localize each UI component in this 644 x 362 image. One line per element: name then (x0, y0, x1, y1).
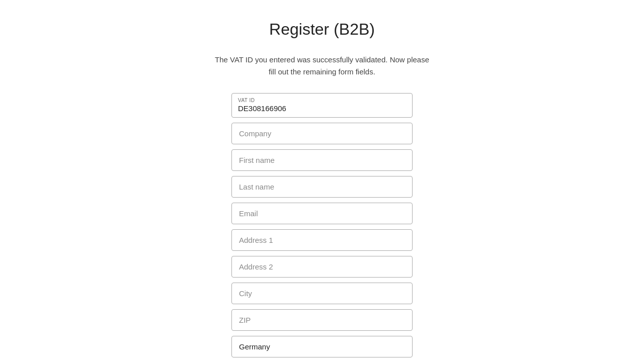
vat-label: VAT ID (238, 98, 406, 103)
company-input[interactable] (231, 123, 413, 144)
first-name-input[interactable] (231, 149, 413, 171)
registration-form: VAT ID DE308166906 (231, 93, 413, 362)
vat-value: DE308166906 (238, 104, 286, 113)
zip-input[interactable] (231, 309, 413, 331)
subtitle: The VAT ID you entered was successfully … (215, 54, 429, 78)
vat-field: VAT ID DE308166906 (231, 93, 413, 118)
country-input[interactable] (231, 336, 413, 357)
email-input[interactable] (231, 203, 413, 224)
city-input[interactable] (231, 283, 413, 304)
page-title: Register (B2B) (269, 20, 375, 39)
page-container: Register (B2B) The VAT ID you entered wa… (0, 0, 644, 362)
last-name-input[interactable] (231, 176, 413, 198)
address2-input[interactable] (231, 256, 413, 278)
address1-input[interactable] (231, 229, 413, 251)
